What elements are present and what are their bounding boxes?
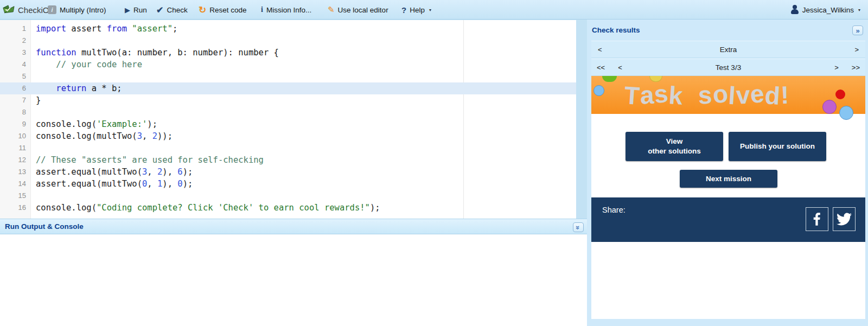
code-text: import assert from "assert"; (31, 23, 576, 35)
code-line[interactable]: 14assert.equal(multTwo(0, 1), 0); (0, 178, 576, 190)
test-first-button[interactable]: << (595, 63, 607, 72)
code-text: assert.equal(multTwo(0, 1), 0); (31, 178, 576, 190)
publish-solution-button[interactable]: Publish your solution (729, 132, 826, 161)
code-text (31, 106, 576, 118)
reset-label: Reset code (209, 6, 246, 14)
code-line[interactable]: 2 (0, 35, 576, 47)
code-line[interactable]: 1import assert from "assert"; (0, 23, 576, 35)
info-icon: i (261, 5, 263, 14)
level-prev-button[interactable]: < (596, 46, 604, 54)
mission-title-label: Multiply (Intro) (60, 6, 106, 14)
mission-title[interactable]: i Multiply (Intro) (48, 0, 106, 20)
top-toolbar: CheckiO i Multiply (Intro) ▶ Run ✔ Check… (0, 0, 868, 20)
line-number: 5 (0, 71, 31, 82)
code-line[interactable]: 7} (0, 94, 576, 106)
line-number: 14 (0, 178, 31, 190)
run-button[interactable]: ▶ Run (125, 0, 147, 20)
username-label: Jessica_Wilkins (802, 6, 854, 14)
code-line[interactable]: 13assert.equal(multTwo(3, 2), 6); (0, 166, 576, 178)
mission-info-box-icon: i (48, 5, 56, 14)
code-text: function multTwo(a: number, b: number): … (31, 47, 576, 59)
code-text (31, 71, 576, 82)
line-number: 15 (0, 190, 31, 202)
line-number: 4 (0, 59, 31, 71)
line-number: 11 (0, 142, 31, 154)
code-text: } (31, 94, 576, 106)
test-prev-button[interactable]: < (616, 63, 624, 72)
share-facebook-button[interactable] (806, 207, 828, 231)
code-editor[interactable]: 1import assert from "assert";23function … (0, 20, 576, 219)
code-line[interactable]: 4 // your code here (0, 59, 576, 71)
chevrons-down-icon: » (574, 225, 582, 229)
next-mission-button[interactable]: Next mission (680, 170, 777, 188)
test-next-button[interactable]: > (832, 63, 841, 72)
code-text (31, 35, 576, 47)
line-number: 9 (0, 118, 31, 130)
code-lines[interactable]: 1import assert from "assert";23function … (0, 20, 576, 214)
code-text: console.log(multTwo(3, 2)); (31, 130, 576, 142)
pencil-icon: ✎ (328, 5, 335, 15)
run-label: Run (133, 6, 147, 14)
code-text: // These "asserts" are used for self-che… (31, 154, 576, 166)
test-last-button[interactable]: >> (850, 63, 862, 72)
test-nav-row: << < Test 3/3 > >> (591, 59, 865, 76)
code-line[interactable]: 8 (0, 106, 576, 118)
local-editor-button[interactable]: ✎ Use local editor (328, 0, 388, 20)
line-number: 7 (0, 94, 31, 106)
chevron-down-icon: ▾ (858, 8, 860, 12)
task-solved-banner: Task solved! (591, 76, 865, 114)
code-line[interactable]: 10console.log(multTwo(3, 2)); (0, 130, 576, 142)
code-line[interactable]: 15 (0, 190, 576, 202)
play-icon: ▶ (125, 6, 130, 14)
checkio-logo-icon (3, 5, 15, 15)
line-number: 13 (0, 166, 31, 178)
reset-code-button[interactable]: ↻ Reset code (199, 0, 247, 20)
check-label: Check (167, 6, 187, 14)
check-results-header: Check results » (587, 20, 868, 40)
code-text: console.log('Example:'); (31, 118, 576, 130)
mission-info-label: Mission Info... (266, 6, 311, 14)
panel-collapse-button[interactable]: » (852, 25, 863, 35)
line-number: 8 (0, 106, 31, 118)
checkio-logo-text: CheckiO (18, 5, 49, 15)
line-number: 3 (0, 47, 31, 59)
help-menu[interactable]: ? Help ▾ (401, 0, 431, 20)
line-number: 16 (0, 202, 31, 214)
balloon-blue2-icon (839, 106, 853, 120)
view-other-solutions-button[interactable]: View other solutions (626, 132, 723, 161)
code-line[interactable]: 3function multTwo(a: number, b: number):… (0, 47, 576, 59)
code-text: assert.equal(multTwo(3, 2), 6); (31, 166, 576, 178)
code-text (31, 142, 576, 154)
help-label: Help (410, 6, 425, 14)
code-text: console.log("Coding complete? Click 'Che… (31, 202, 576, 214)
checkmark-icon: ✔ (156, 5, 163, 15)
user-menu[interactable]: Jessica_Wilkins ▾ (790, 0, 860, 20)
line-number: 10 (0, 130, 31, 142)
code-text: return a * b; (31, 82, 576, 94)
balloon-purple-icon (822, 100, 837, 114)
check-results-title: Check results (592, 26, 640, 34)
reset-icon: ↻ (199, 4, 206, 16)
chevrons-right-icon: » (856, 27, 859, 35)
share-label: Share: (602, 206, 626, 214)
checkio-logo[interactable]: CheckiO (3, 0, 49, 20)
console-collapse-button[interactable]: » (573, 222, 584, 232)
check-button[interactable]: ✔ Check (156, 0, 188, 20)
line-number: 1 (0, 23, 31, 35)
line-number: 6 (0, 82, 31, 94)
user-icon (790, 5, 799, 15)
facebook-icon (809, 212, 825, 227)
code-line[interactable]: 9console.log('Example:'); (0, 118, 576, 130)
balloon-red-icon (835, 90, 845, 99)
code-line[interactable]: 16console.log("Coding complete? Click 'C… (0, 202, 576, 214)
level-next-button[interactable]: > (852, 46, 861, 54)
code-line[interactable]: 12// These "asserts" are used for self-c… (0, 154, 576, 166)
code-line[interactable]: 11 (0, 142, 576, 154)
console-title: Run Output & Console (5, 222, 84, 231)
code-line[interactable]: 5 (0, 71, 576, 82)
share-twitter-button[interactable] (833, 207, 856, 231)
chevron-down-icon: ▾ (429, 8, 431, 12)
mission-info-button[interactable]: i Mission Info... (261, 0, 311, 20)
code-line[interactable]: 6 return a * b; (0, 82, 576, 94)
console-output-area (0, 234, 587, 326)
